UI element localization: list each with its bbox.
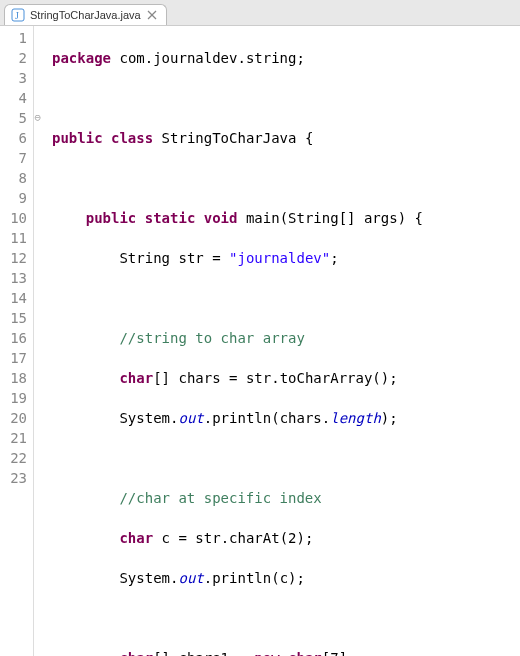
code-area[interactable]: package com.journaldev.string; public cl… <box>34 26 423 656</box>
line-number-gutter: 1 2 3 4 5 6 7 8 9 10 11 12 13 14 15 16 1… <box>0 26 34 656</box>
editor-tab[interactable]: J StringToCharJava.java <box>4 4 167 25</box>
java-file-icon: J <box>11 8 25 22</box>
code-editor[interactable]: 1 2 3 4 5 6 7 8 9 10 11 12 13 14 15 16 1… <box>0 26 520 656</box>
svg-text:J: J <box>15 10 19 21</box>
close-icon[interactable] <box>146 9 158 21</box>
editor-tab-label: StringToCharJava.java <box>30 9 141 21</box>
editor-tab-bar: J StringToCharJava.java <box>0 0 520 26</box>
